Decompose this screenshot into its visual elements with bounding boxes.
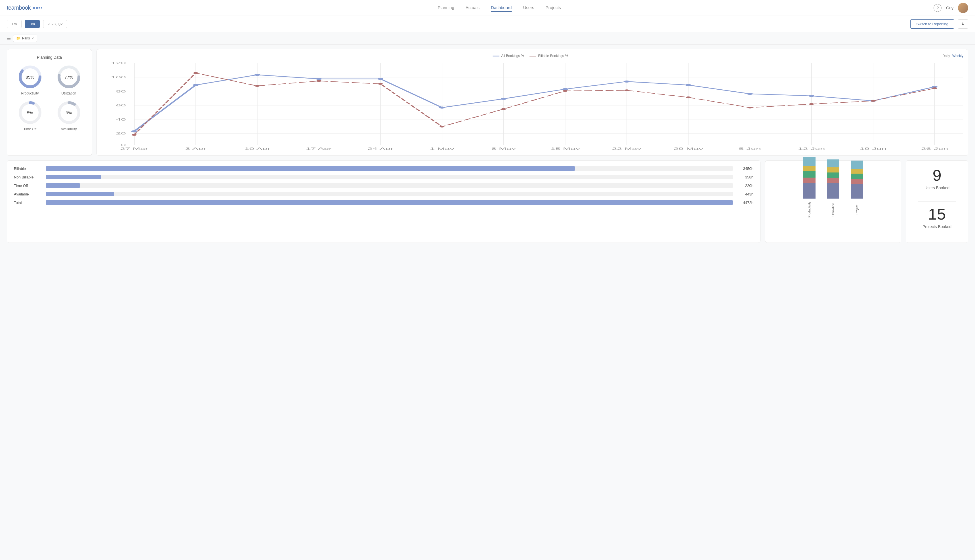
svg-point-58 xyxy=(624,89,629,91)
users-booked-number: 9 xyxy=(932,167,941,183)
utilization-donut: 77% xyxy=(56,64,82,90)
total-row: Total 4472h xyxy=(14,200,753,205)
logo-icon xyxy=(33,7,42,9)
timeoff-donut: 5% xyxy=(17,100,43,125)
logo-text: teambook xyxy=(7,5,31,11)
svg-text:10 Apr: 10 Apr xyxy=(244,147,270,150)
user-name: Guy xyxy=(946,6,953,10)
folder-icon: 📁 xyxy=(16,36,20,40)
time-1m-button[interactable]: 1m xyxy=(7,20,22,28)
billable-label: Billable xyxy=(14,167,42,171)
availability-label: Availability xyxy=(61,127,77,131)
productivity-bar-1 xyxy=(803,157,815,166)
avatar[interactable] xyxy=(958,3,968,13)
billable-bar xyxy=(46,166,575,171)
non-billable-row: Non Billable 358h xyxy=(14,175,753,179)
nav-users[interactable]: Users xyxy=(523,4,534,12)
svg-point-55 xyxy=(440,126,444,127)
timeoff-row: Time Off 220h xyxy=(14,183,753,188)
donut-grid: 85% Productivity 77% Utilization xyxy=(13,64,86,131)
main-nav: Planning Actuals Dashboard Users Project… xyxy=(65,4,933,12)
switch-reporting-button[interactable]: Switch to Reporting xyxy=(910,19,954,28)
chart-header: All Bookings % Billable Bookings % Daily… xyxy=(101,54,963,58)
available-value: 443h xyxy=(737,192,753,196)
svg-point-57 xyxy=(563,90,568,92)
utilization-bar-2 xyxy=(827,167,839,172)
download-button[interactable]: ⬇ xyxy=(958,19,968,28)
paris-filter-tag[interactable]: 📁 Paris × xyxy=(13,35,37,42)
time-3m-button[interactable]: 3m xyxy=(25,20,40,28)
svg-point-42 xyxy=(501,98,507,100)
chart-view-toggle: Daily Weekly xyxy=(942,54,963,58)
productivity-bar-3 xyxy=(803,172,815,178)
productivity-group: Productivity xyxy=(803,157,815,220)
projects-booked-number: 15 xyxy=(928,206,946,222)
project-group-label: Project xyxy=(855,200,859,220)
utilization-bar-1 xyxy=(827,160,839,167)
svg-point-39 xyxy=(316,78,322,80)
daily-view-button[interactable]: Daily xyxy=(942,54,950,58)
timeoff-bar xyxy=(46,183,80,188)
svg-text:40: 40 xyxy=(116,117,126,121)
svg-point-56 xyxy=(501,108,506,110)
utilization-metric: 77% Utilization xyxy=(52,64,86,95)
svg-text:8 May: 8 May xyxy=(491,147,516,150)
chart-legend: All Bookings % Billable Bookings % xyxy=(493,54,568,58)
nav-actuals[interactable]: Actuals xyxy=(466,4,480,12)
project-bar-3 xyxy=(851,173,863,179)
filter-tag-close-button[interactable]: × xyxy=(32,36,34,40)
svg-text:26 Jun: 26 Jun xyxy=(921,147,948,150)
total-value: 4472h xyxy=(737,200,753,205)
nav-dashboard[interactable]: Dashboard xyxy=(491,4,512,12)
available-bar-container xyxy=(46,192,733,196)
svg-text:27 Mar: 27 Mar xyxy=(120,147,148,150)
legend-all-bookings-label: All Bookings % xyxy=(501,54,524,58)
weekly-view-button[interactable]: Weekly xyxy=(952,54,963,58)
nav-planning[interactable]: Planning xyxy=(438,4,454,12)
svg-point-59 xyxy=(686,97,691,98)
stats-card: 9 Users Booked 15 Projects Booked xyxy=(906,160,968,243)
utilization-bar-5 xyxy=(827,183,839,198)
non-billable-bar xyxy=(46,175,101,179)
filter-tag-label: Paris xyxy=(22,36,30,40)
timeoff-label: Time Off xyxy=(23,127,36,131)
utilization-label: Utilization xyxy=(61,92,76,95)
svg-point-46 xyxy=(747,93,753,95)
line-chart-card: All Bookings % Billable Bookings % Daily… xyxy=(97,49,968,156)
line-chart-area: 120 100 80 60 40 20 0 xyxy=(101,60,963,151)
logo-dot-3 xyxy=(38,7,40,8)
project-bar-2 xyxy=(851,169,863,173)
svg-point-45 xyxy=(685,84,691,86)
line-chart-svg: 120 100 80 60 40 20 0 xyxy=(101,60,963,151)
project-stacked-bar xyxy=(851,160,863,198)
legend-billable-label: Billable Bookings % xyxy=(538,54,568,58)
productivity-bar-5 xyxy=(803,183,815,198)
filter-bar: ⚌ 📁 Paris × xyxy=(0,32,975,45)
hours-card: Billable 3450h Non Billable 358h Time Of… xyxy=(7,160,760,243)
project-bar-4 xyxy=(851,179,863,184)
svg-point-52 xyxy=(255,85,260,87)
period-button[interactable]: 2023, Q2 xyxy=(43,20,67,28)
project-bar-5 xyxy=(851,184,863,198)
svg-point-50 xyxy=(132,134,137,136)
utilization-group-label: Utilization xyxy=(832,200,835,220)
svg-point-38 xyxy=(255,74,260,76)
logo-dot-2 xyxy=(36,7,38,9)
bottom-row: Billable 3450h Non Billable 358h Time Of… xyxy=(7,160,968,243)
timeoff-value: 5% xyxy=(27,110,33,115)
help-button[interactable]: ? xyxy=(933,4,942,12)
nav-projects[interactable]: Projects xyxy=(546,4,561,12)
total-bar-container xyxy=(46,200,733,205)
availability-donut: 9% xyxy=(56,100,82,125)
non-billable-label: Non Billable xyxy=(14,175,42,179)
toolbar: 1m 3m 2023, Q2 Switch to Reporting ⬇ xyxy=(0,16,975,32)
project-group: Project xyxy=(851,160,863,220)
users-booked-label: Users Booked xyxy=(925,185,950,190)
svg-text:1 May: 1 May xyxy=(430,147,454,150)
filter-icon[interactable]: ⚌ xyxy=(7,36,11,41)
billable-row: Billable 3450h xyxy=(14,166,753,171)
svg-text:15 May: 15 May xyxy=(550,147,580,150)
svg-point-47 xyxy=(809,95,814,97)
projects-booked-label: Projects Booked xyxy=(923,224,952,229)
svg-text:20: 20 xyxy=(116,132,126,135)
